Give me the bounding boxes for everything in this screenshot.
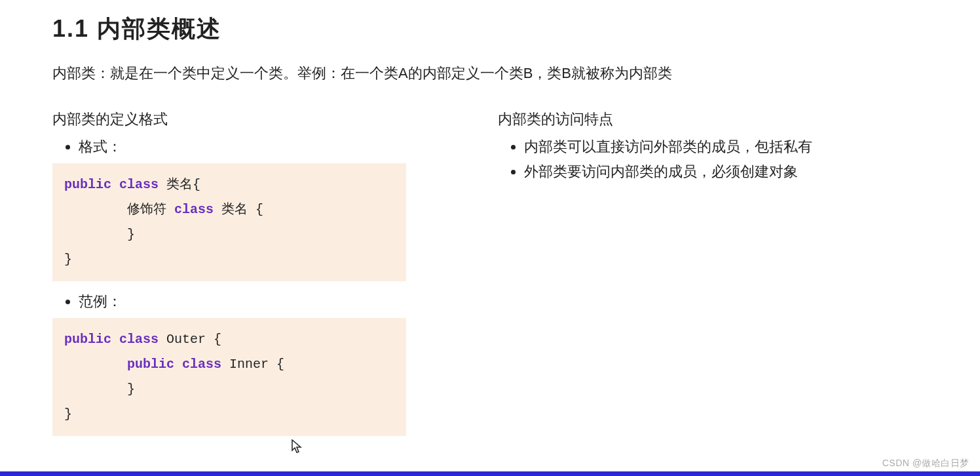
kw-public-class: public class xyxy=(64,177,166,192)
code-text: 修饰符 xyxy=(64,202,174,217)
intro-paragraph: 内部类：就是在一个类中定义一个类。举例：在一个类A的内部定义一个类B，类B就被称… xyxy=(52,64,980,83)
left-column: 内部类的定义格式 格式： public class 类名{ 修饰符 class … xyxy=(52,109,406,446)
code-block-format: public class 类名{ 修饰符 class 类名 { } } xyxy=(52,163,406,281)
slide-page: 1.1 内部类概述 内部类：就是在一个类中定义一个类。举例：在一个类A的内部定义… xyxy=(0,0,980,476)
code-block-example: public class Outer { public class Inner … xyxy=(52,318,406,436)
section-title: 1.1 内部类概述 xyxy=(52,13,980,45)
bottom-accent-bar xyxy=(0,471,980,476)
example-label: 范例： xyxy=(79,293,122,309)
left-list: 格式： xyxy=(52,137,406,157)
left-list-2: 范例： xyxy=(52,292,406,311)
code-text: Inner { xyxy=(229,357,284,372)
code-text: } xyxy=(64,227,135,242)
code-text: 类名{ xyxy=(166,177,200,192)
code-text: 类名 { xyxy=(221,202,263,217)
right-point-1: 内部类可以直接访问外部类的成员，包括私有 xyxy=(524,137,904,157)
format-bullet: 格式： xyxy=(79,137,406,157)
right-list: 内部类可以直接访问外部类的成员，包括私有 外部类要访问内部类的成员，必须创建对象 xyxy=(498,137,904,182)
two-column-layout: 内部类的定义格式 格式： public class 类名{ 修饰符 class … xyxy=(52,109,980,446)
code-text: } xyxy=(64,407,72,422)
watermark-text: CSDN @做哈白日梦 xyxy=(882,458,970,469)
kw-public-class: public class xyxy=(127,357,229,372)
right-column: 内部类的访问特点 内部类可以直接访问外部类的成员，包括私有 外部类要访问内部类的… xyxy=(498,109,904,446)
code-text: } xyxy=(64,382,135,397)
kw-public-class: public class xyxy=(64,332,166,347)
code-text xyxy=(64,357,127,372)
kw-class: class xyxy=(174,202,221,217)
code-text: } xyxy=(64,252,72,267)
example-bullet: 范例： xyxy=(79,292,406,311)
right-subhead: 内部类的访问特点 xyxy=(498,109,904,129)
format-label: 格式： xyxy=(79,138,122,155)
code-text: Outer { xyxy=(166,332,221,347)
right-point-2: 外部类要访问内部类的成员，必须创建对象 xyxy=(524,162,904,182)
left-subhead: 内部类的定义格式 xyxy=(52,109,406,129)
